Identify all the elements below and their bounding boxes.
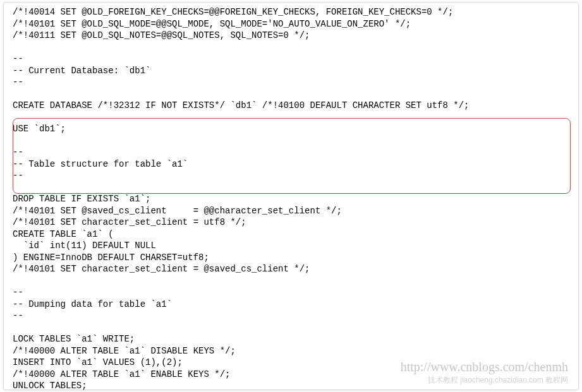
code-card: /*!40014 SET @OLD_FOREIGN_KEY_CHECKS=@@F… — [3, 2, 579, 390]
sql-dump-content: /*!40014 SET @OLD_FOREIGN_KEY_CHECKS=@@F… — [13, 6, 569, 386]
